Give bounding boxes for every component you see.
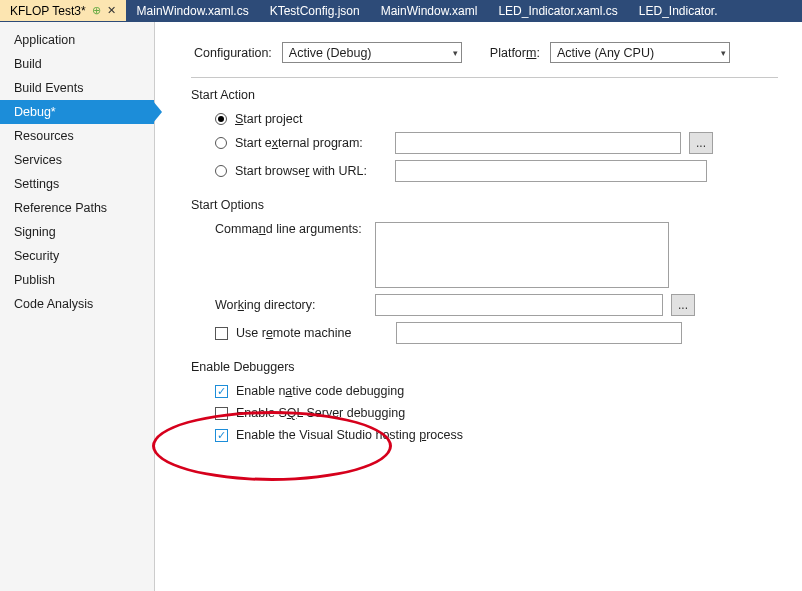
remote-machine-input[interactable] — [396, 322, 682, 344]
enable-debuggers-title: Enable Debuggers — [191, 360, 778, 374]
tab-led-indicator-cs[interactable]: LED_Indicator.xaml.cs — [488, 0, 628, 21]
sidebar-item-code-analysis[interactable]: Code Analysis — [0, 292, 154, 316]
debug-properties-panel: Configuration: Active (Debug) ▾ Platform… — [155, 22, 802, 591]
tab-label: KFLOP Test3* — [10, 4, 86, 18]
start-external-radio[interactable] — [215, 137, 227, 149]
configuration-combo[interactable]: Active (Debug) ▾ — [282, 42, 462, 63]
sidebar-item-signing[interactable]: Signing — [0, 220, 154, 244]
sql-debug-label: Enable SQL Server debugging — [236, 406, 405, 420]
sidebar-item-label: Services — [14, 153, 62, 167]
browser-url-input[interactable] — [395, 160, 707, 182]
tab-kflop-test3[interactable]: KFLOP Test3* ⊕ ✕ — [0, 0, 127, 21]
sidebar-item-security[interactable]: Security — [0, 244, 154, 268]
sql-debug-row: Enable SQL Server debugging — [215, 406, 778, 420]
sidebar-item-build[interactable]: Build — [0, 52, 154, 76]
sidebar-item-reference-paths[interactable]: Reference Paths — [0, 196, 154, 220]
start-project-row: Start project — [215, 112, 778, 126]
start-external-row: Start external program: ... — [215, 132, 778, 154]
close-icon[interactable]: ✕ — [107, 4, 116, 17]
tab-mainwindow-xaml[interactable]: MainWindow.xaml — [371, 0, 489, 21]
start-browser-label: Start browser with URL: — [235, 164, 387, 178]
sidebar-item-label: Application — [14, 33, 75, 47]
native-debug-row: Enable native code debugging — [215, 384, 778, 398]
start-project-radio[interactable] — [215, 113, 227, 125]
divider — [191, 77, 778, 78]
tab-mainwindow-cs[interactable]: MainWindow.xaml.cs — [127, 0, 260, 21]
sidebar-item-label: Build — [14, 57, 42, 71]
hosting-process-checkbox[interactable] — [215, 429, 228, 442]
sidebar-item-settings[interactable]: Settings — [0, 172, 154, 196]
sidebar-item-label: Code Analysis — [14, 297, 93, 311]
platform-combo[interactable]: Active (Any CPU) ▾ — [550, 42, 730, 63]
sidebar-item-label: Resources — [14, 129, 74, 143]
tab-label: LED_Indicator.xaml.cs — [498, 4, 617, 18]
native-debug-checkbox[interactable] — [215, 385, 228, 398]
remote-machine-label: Use remote machine — [236, 326, 388, 340]
start-options-group: Start Options Command line arguments: Wo… — [191, 198, 778, 344]
tab-label: KTestConfig.json — [270, 4, 360, 18]
remote-machine-checkbox[interactable] — [215, 327, 228, 340]
configuration-row: Configuration: Active (Debug) ▾ Platform… — [191, 42, 778, 63]
start-browser-radio[interactable] — [215, 165, 227, 177]
sidebar-item-label: Reference Paths — [14, 201, 107, 215]
project-properties-sidebar: Application Build Build Events Debug* Re… — [0, 22, 155, 591]
sidebar-item-label: Publish — [14, 273, 55, 287]
platform-value: Active (Any CPU) — [557, 46, 654, 60]
start-external-label: Start external program: — [235, 136, 387, 150]
sql-debug-checkbox[interactable] — [215, 407, 228, 420]
hosting-process-row: Enable the Visual Studio hosting process — [215, 428, 778, 442]
tab-label: MainWindow.xaml — [381, 4, 478, 18]
working-dir-input[interactable] — [375, 294, 663, 316]
tab-led-indicator[interactable]: LED_Indicator. — [629, 0, 729, 21]
browse-working-dir-button[interactable]: ... — [671, 294, 695, 316]
sidebar-item-publish[interactable]: Publish — [0, 268, 154, 292]
chevron-down-icon: ▾ — [721, 48, 726, 58]
working-dir-row: Working directory: ... — [215, 294, 778, 316]
hosting-process-label: Enable the Visual Studio hosting process — [236, 428, 463, 442]
sidebar-item-label: Debug* — [14, 105, 56, 119]
platform-label: Platform: — [490, 46, 540, 60]
sidebar-item-services[interactable]: Services — [0, 148, 154, 172]
chevron-down-icon: ▾ — [453, 48, 458, 58]
start-action-group: Start Action Start project Start externa… — [191, 88, 778, 182]
sidebar-item-label: Settings — [14, 177, 59, 191]
start-browser-row: Start browser with URL: — [215, 160, 778, 182]
sidebar-item-label: Security — [14, 249, 59, 263]
sidebar-item-label: Build Events — [14, 81, 83, 95]
tab-label: LED_Indicator. — [639, 4, 718, 18]
tab-ktestconfig[interactable]: KTestConfig.json — [260, 0, 371, 21]
browse-external-button[interactable]: ... — [689, 132, 713, 154]
native-debug-label: Enable native code debugging — [236, 384, 404, 398]
configuration-value: Active (Debug) — [289, 46, 372, 60]
tab-label: MainWindow.xaml.cs — [137, 4, 249, 18]
working-dir-label: Working directory: — [215, 298, 367, 312]
configuration-label: Configuration: — [194, 46, 272, 60]
start-project-label: Start project — [235, 112, 302, 126]
sidebar-item-resources[interactable]: Resources — [0, 124, 154, 148]
start-action-title: Start Action — [191, 88, 778, 102]
sidebar-item-debug[interactable]: Debug* — [0, 100, 154, 124]
sidebar-item-build-events[interactable]: Build Events — [0, 76, 154, 100]
remote-machine-row: Use remote machine — [215, 322, 778, 344]
enable-debuggers-group: Enable Debuggers Enable native code debu… — [191, 360, 778, 442]
pin-icon[interactable]: ⊕ — [92, 4, 101, 17]
external-program-input[interactable] — [395, 132, 681, 154]
sidebar-item-application[interactable]: Application — [0, 28, 154, 52]
start-options-title: Start Options — [191, 198, 778, 212]
sidebar-item-label: Signing — [14, 225, 56, 239]
cmd-args-label: Command line arguments: — [215, 222, 367, 236]
cmd-args-row: Command line arguments: — [215, 222, 778, 288]
document-tabbar: KFLOP Test3* ⊕ ✕ MainWindow.xaml.cs KTes… — [0, 0, 802, 22]
cmd-args-input[interactable] — [375, 222, 669, 288]
